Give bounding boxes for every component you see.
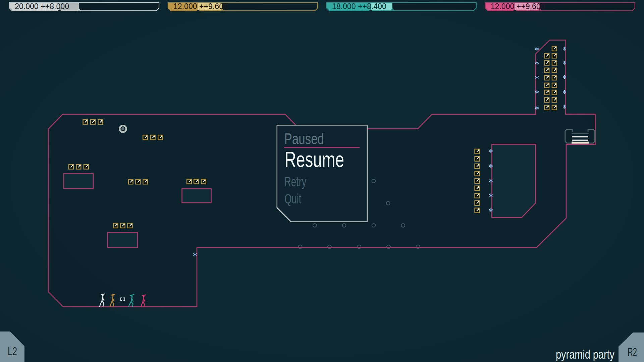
svg-text:pyramid party: pyramid party — [556, 348, 614, 361]
svg-text:L2: L2 — [8, 345, 17, 358]
svg-text:R2: R2 — [628, 345, 637, 358]
